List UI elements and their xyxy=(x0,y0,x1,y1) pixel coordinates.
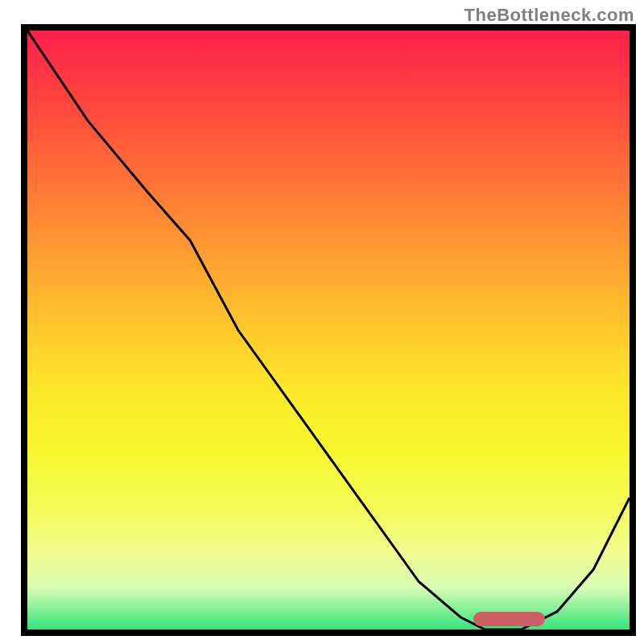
optimal-marker xyxy=(473,612,546,626)
chart-frame xyxy=(21,24,636,636)
watermark-text: TheBottleneck.com xyxy=(464,5,634,26)
chart-curve xyxy=(27,31,630,630)
